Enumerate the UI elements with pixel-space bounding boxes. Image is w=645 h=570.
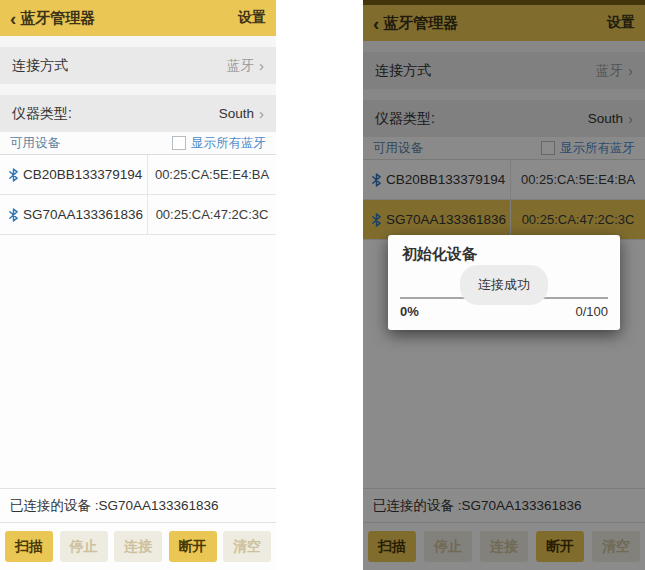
connection-method-row[interactable]: 连接方式 蓝牙 ›	[0, 47, 276, 84]
bluetooth-icon	[8, 167, 19, 183]
section-divider	[0, 36, 276, 47]
progress-percent: 0%	[400, 304, 419, 319]
device-mac: 00:25:CA:47:2C:3C	[148, 195, 276, 234]
bluetooth-icon	[8, 207, 19, 223]
connected-device-bar: 已连接的设备 :SG70AA133361836	[0, 488, 276, 522]
chevron-right-icon: ›	[259, 58, 264, 73]
dialog-title: 初始化设备	[402, 245, 477, 264]
connect-button: 连接	[114, 531, 162, 562]
show-all-label[interactable]: 显示所有蓝牙	[191, 135, 266, 152]
stop-button: 停止	[60, 531, 108, 562]
right-panel: ‹ 蓝牙管理器 设置 连接方式 蓝牙 › 仪器类型: South › 可用设备 …	[363, 0, 645, 570]
connected-value: SG70AA133361836	[99, 498, 219, 513]
progress-count: 0/100	[575, 304, 608, 319]
instrument-type-row[interactable]: 仪器类型: South ›	[0, 95, 276, 132]
device-mac: 00:25:CA:5E:E4:BA	[148, 155, 276, 194]
device-row[interactable]: CB20BB133379194 00:25:CA:5E:E4:BA	[0, 155, 276, 195]
device-row[interactable]: SG70AA133361836 00:25:CA:47:2C:3C	[0, 195, 276, 235]
settings-button[interactable]: 设置	[238, 9, 266, 27]
action-button-bar: 扫描 停止 连接 断开 清空	[0, 522, 276, 570]
connected-label: 已连接的设备 :	[10, 497, 99, 515]
device-name: CB20BB133379194	[23, 167, 142, 182]
back-icon[interactable]: ‹	[10, 9, 16, 28]
device-list-header: 可用设备 显示所有蓝牙	[0, 132, 276, 155]
chevron-right-icon: ›	[259, 106, 264, 121]
connection-method-value: 蓝牙	[227, 57, 254, 75]
instrument-type-label: 仪器类型:	[12, 105, 72, 123]
connection-method-label: 连接方式	[12, 57, 68, 75]
available-devices-label: 可用设备	[10, 135, 60, 152]
disconnect-button[interactable]: 断开	[169, 531, 217, 562]
nav-header: ‹ 蓝牙管理器 设置	[0, 0, 276, 36]
scan-button[interactable]: 扫描	[5, 531, 53, 562]
show-all-checkbox[interactable]	[172, 136, 186, 150]
device-name: SG70AA133361836	[23, 207, 143, 222]
instrument-type-value: South	[219, 106, 254, 121]
empty-area	[0, 235, 276, 488]
section-divider	[0, 84, 276, 95]
page-title: 蓝牙管理器	[20, 9, 95, 28]
clear-button: 清空	[223, 531, 271, 562]
connect-success-toast: 连接成功	[460, 265, 548, 305]
left-panel: ‹ 蓝牙管理器 设置 连接方式 蓝牙 › 仪器类型: South › 可用设备 …	[0, 0, 276, 570]
